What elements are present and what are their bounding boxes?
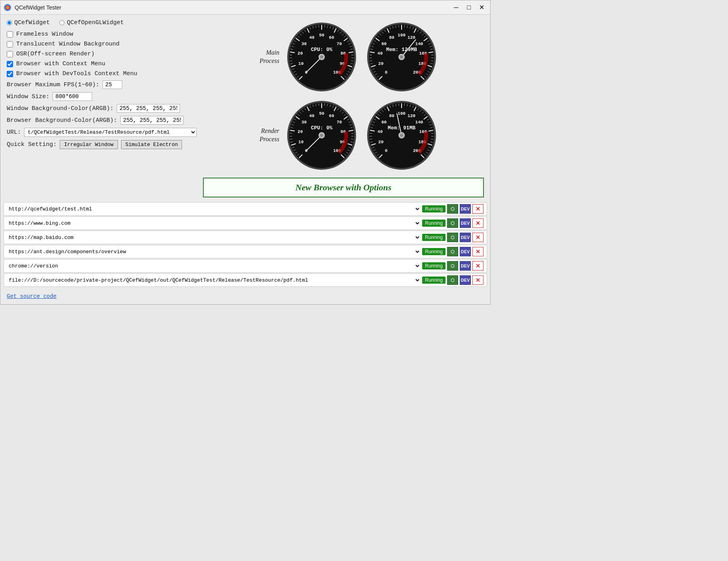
checkbox-contextmenu-label: Browser with Context Menu [16, 61, 105, 67]
checkbox-osr-label: OSR(Off-screen Render) [16, 51, 95, 57]
main-process-label: MainProcess [248, 49, 279, 65]
browser-list-item: https://map.baidu.com Running ⬡ DEV ✕ [4, 231, 487, 244]
running-badge-5: Running [422, 277, 446, 284]
window-size-label: Window Size: [7, 93, 49, 100]
dev-btn-5[interactable]: DEV [460, 275, 471, 285]
dev-btn-0[interactable]: DEV [460, 204, 471, 214]
nodejs-btn-1[interactable]: ⬡ [447, 218, 458, 228]
radio-qcefwidget[interactable]: QCefWidget [7, 19, 50, 26]
widget-type-radio-group: QCefWidget QCefOpenGLWidget [7, 19, 197, 26]
app-logo [4, 4, 11, 11]
footer: Get source code [0, 290, 490, 304]
simulate-electron-button[interactable]: Simulate Electron [121, 140, 182, 149]
checkbox-contextmenu[interactable]: Browser with Context Menu [7, 61, 197, 67]
window-size-field-row: Window Size: [7, 92, 197, 101]
checkbox-translucent-input[interactable] [7, 41, 13, 47]
nodejs-btn-2[interactable]: ⬡ [447, 233, 458, 242]
close-btn-2[interactable]: ✕ [472, 233, 483, 242]
url-label: URL: [7, 129, 21, 136]
render-process-label: RenderProcess [248, 127, 279, 144]
browser-list-item: file:///D:/sourcecode/private-project/QC… [4, 273, 487, 287]
dev-btn-3[interactable]: DEV [460, 247, 471, 256]
browser-bg-color-input[interactable] [120, 116, 184, 125]
main-process-mem-gauge [364, 19, 439, 95]
radio-qcefwidget-input[interactable] [7, 20, 12, 25]
running-badge-2: Running [422, 234, 446, 241]
running-badge-4: Running [422, 262, 446, 269]
fps-label: Browser Maximum FPS(1~60): [7, 81, 99, 88]
window-size-input[interactable] [53, 92, 92, 101]
browser-list-item: chrome://version Running ⬡ DEV ✕ [4, 259, 487, 273]
svg-point-3 [7, 7, 8, 8]
browser-bg-color-row: Browser Background-Color(ARGB): [7, 116, 197, 125]
browser-url-select-0[interactable]: http://qcefwidget/test.html [7, 206, 421, 212]
main-process-gauges-row: MainProcess [248, 19, 439, 95]
close-btn-3[interactable]: ✕ [472, 247, 483, 256]
quick-setting-row: Quick Setting: Irregular Window Simulate… [7, 140, 197, 149]
nodejs-btn-4[interactable]: ⬡ [447, 261, 458, 271]
browser-bg-color-label: Browser Background-Color(ARGB): [7, 117, 117, 124]
render-process-cpu-gauge [284, 98, 359, 173]
close-btn-4[interactable]: ✕ [472, 261, 483, 271]
running-badge-1: Running [422, 220, 446, 227]
browser-list-item: https://ant.design/components/overview R… [4, 245, 487, 258]
running-badge-3: Running [422, 248, 446, 255]
checkbox-contextmenu-input[interactable] [7, 61, 13, 67]
title-bar: QCefWidget Tester ─ □ ✕ [0, 0, 490, 15]
get-source-code-link[interactable]: Get source code [7, 293, 57, 299]
window-bg-color-label: Window Background-Color(ARGB): [7, 105, 114, 112]
window-bg-color-input[interactable] [117, 104, 180, 113]
minimize-button[interactable]: ─ [451, 3, 462, 12]
url-select[interactable]: t/QCefWidgetTest/Release/TestResource/pd… [24, 128, 197, 137]
checkbox-osr[interactable]: OSR(Off-screen Render) [7, 51, 197, 57]
left-panel: QCefWidget QCefOpenGLWidget Frameless Wi… [7, 19, 197, 197]
browser-list: http://qcefwidget/test.html Running ⬡ DE… [0, 202, 490, 290]
running-badge-0: Running [422, 205, 446, 212]
browser-url-select-1[interactable]: https://www.bing.com [7, 220, 421, 227]
close-btn-0[interactable]: ✕ [472, 204, 483, 214]
browser-list-item: https://www.bing.com Running ⬡ DEV ✕ [4, 216, 487, 230]
close-btn-5[interactable]: ✕ [472, 275, 483, 285]
radio-qcefopenglwidget-input[interactable] [59, 20, 64, 25]
url-row: URL: t/QCefWidgetTest/Release/TestResour… [7, 128, 197, 137]
window-controls: ─ □ ✕ [451, 3, 487, 12]
checkbox-frameless-label: Frameless Window [16, 31, 73, 38]
main-process-cpu-gauge [284, 19, 359, 95]
render-process-gauges-row: RenderProcess [248, 98, 439, 173]
maximize-button[interactable]: □ [463, 3, 474, 12]
radio-qcefopenglwidget-label: QCefOpenGLWidget [67, 19, 124, 26]
render-process-mem-gauge [364, 98, 439, 173]
fps-field-row: Browser Maximum FPS(1~60): [7, 80, 197, 89]
nodejs-btn-5[interactable]: ⬡ [447, 275, 458, 285]
nodejs-btn-0[interactable]: ⬡ [447, 204, 458, 214]
checkbox-devtools[interactable]: Browser with DevTools Context Menu [7, 70, 197, 77]
dev-btn-1[interactable]: DEV [460, 218, 471, 228]
quick-setting-label: Quick Setting: [7, 141, 57, 148]
dev-btn-2[interactable]: DEV [460, 233, 471, 242]
browser-list-item: http://qcefwidget/test.html Running ⬡ DE… [4, 202, 487, 216]
dev-btn-4[interactable]: DEV [460, 261, 471, 271]
close-btn-1[interactable]: ✕ [472, 218, 483, 228]
checkbox-frameless[interactable]: Frameless Window [7, 31, 197, 38]
window-bg-color-row: Window Background-Color(ARGB): [7, 104, 197, 113]
irregular-window-button[interactable]: Irregular Window [60, 140, 118, 149]
browser-url-select-2[interactable]: https://map.baidu.com [7, 234, 421, 241]
nodejs-btn-3[interactable]: ⬡ [447, 247, 458, 256]
close-button[interactable]: ✕ [476, 3, 487, 12]
new-browser-button[interactable]: New Browser with Options [203, 178, 484, 197]
gauges-section: MainProcess RenderProcess New Bro [203, 19, 484, 197]
radio-qcefopenglwidget[interactable]: QCefOpenGLWidget [59, 19, 124, 26]
checkbox-translucent-label: Translucent Window Background [16, 41, 119, 47]
browser-url-select-4[interactable]: chrome://version [7, 263, 421, 269]
checkbox-translucent[interactable]: Translucent Window Background [7, 41, 197, 47]
right-panel: MainProcess RenderProcess New Bro [203, 19, 484, 197]
app-title: QCefWidget Tester [15, 4, 451, 11]
browser-url-select-3[interactable]: https://ant.design/components/overview [7, 248, 421, 255]
radio-qcefwidget-label: QCefWidget [14, 19, 50, 26]
checkbox-frameless-input[interactable] [7, 31, 13, 38]
browser-url-select-5[interactable]: file:///D:/sourcecode/private-project/QC… [7, 277, 421, 284]
checkbox-devtools-input[interactable] [7, 71, 13, 77]
fps-input[interactable] [102, 80, 122, 89]
main-content: QCefWidget QCefOpenGLWidget Frameless Wi… [0, 15, 490, 202]
checkbox-osr-input[interactable] [7, 51, 13, 57]
